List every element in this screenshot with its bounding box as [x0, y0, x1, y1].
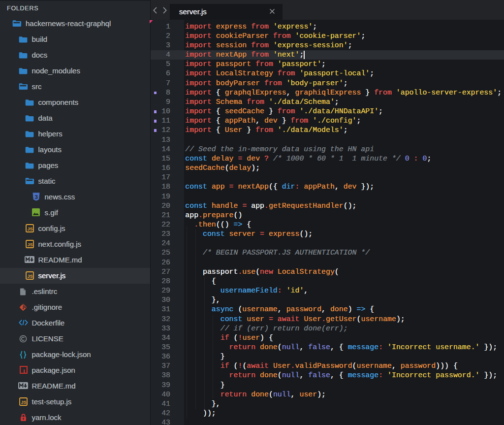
- svg-text:3: 3: [34, 194, 37, 199]
- svg-text:JS: JS: [27, 242, 32, 247]
- svg-text:JS: JS: [27, 226, 32, 231]
- svg-text:JS: JS: [27, 273, 32, 278]
- svg-text:JS: JS: [21, 399, 26, 404]
